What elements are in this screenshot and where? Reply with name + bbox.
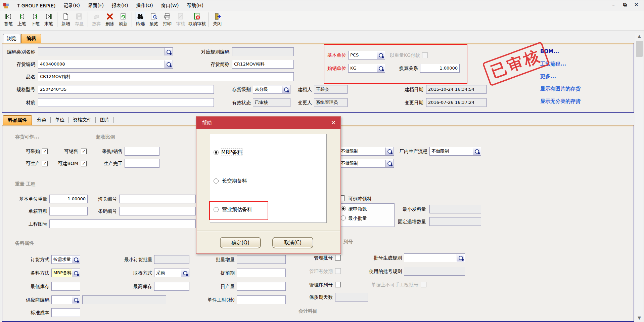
toolbar-last-record[interactable]: 末笔 — [42, 12, 55, 27]
scroll-up-arrow[interactable]: ▲ — [635, 33, 643, 40]
base-unit-field[interactable]: PCS — [348, 51, 385, 59]
manage-serial-checkbox[interactable] — [335, 282, 341, 287]
lookup-button[interactable] — [165, 48, 172, 55]
acquire-mode-field[interactable]: 采购 — [154, 269, 189, 277]
inv-level-field[interactable]: 未分级 — [253, 85, 290, 94]
min-stock-field[interactable] — [51, 282, 80, 291]
tab-pictures[interactable]: 图片 — [97, 115, 112, 125]
menu-item-interface[interactable]: 界面(F) — [84, 1, 108, 10]
bom-allowed-checkbox[interactable] — [81, 161, 87, 166]
spec-field[interactable]: 250*240*35 — [38, 85, 214, 94]
show-with-picture-link[interactable]: 显示有图片的存货 — [540, 86, 581, 92]
trade-unit-field[interactable]: KG — [348, 64, 385, 73]
menu-item-help[interactable]: 帮助(H) — [183, 1, 207, 10]
tab-item-attributes[interactable]: 料品属性 — [3, 115, 32, 125]
toolbar-close[interactable]: 关闭 — [211, 12, 224, 27]
supplier-code-field[interactable] — [51, 295, 80, 304]
conversion-label: 换算关系 — [396, 64, 418, 73]
tab-classification[interactable]: 分类 — [34, 115, 49, 125]
menu-item-record[interactable]: 记录(R) — [59, 1, 84, 10]
daily-output-field[interactable] — [237, 282, 286, 291]
toolbar-new[interactable]: 新增 — [59, 12, 73, 27]
scroll-down-arrow[interactable]: ▼ — [635, 314, 643, 322]
lookup-button[interactable] — [282, 86, 290, 93]
window-close-button[interactable]: ✕ — [632, 2, 640, 8]
mrp-prep-label[interactable]: MRP备料 — [221, 149, 242, 156]
toolbar-first-record[interactable]: 首笔 — [2, 12, 15, 27]
purchasable-checkbox[interactable] — [42, 149, 48, 154]
toolbar-cancel-audit[interactable]: 取消审核 — [187, 12, 207, 27]
barcode-field[interactable] — [119, 207, 196, 215]
box-volume-field[interactable] — [49, 207, 88, 215]
sellable-checkbox[interactable] — [81, 149, 87, 154]
lookup-button[interactable] — [165, 61, 172, 68]
drawing-no-field[interactable] — [49, 219, 196, 228]
producible-checkbox[interactable] — [42, 161, 48, 166]
lookup-button[interactable] — [385, 148, 393, 155]
more-link[interactable]: 更多... — [540, 73, 556, 80]
toolbar-preview[interactable]: 预览 — [147, 12, 160, 27]
lookup-button[interactable] — [72, 296, 80, 304]
restriction-field-2[interactable]: 不做限制 — [339, 159, 394, 168]
conversion-field[interactable]: 1.00000 — [420, 64, 460, 73]
lookup-button[interactable] — [377, 65, 384, 72]
toolbar-filter[interactable]: 筛选 — [134, 12, 147, 27]
window-restore-button[interactable]: ⧉ — [621, 2, 629, 8]
long-lead-prep-label[interactable]: 长交期备料 — [222, 177, 247, 184]
show-unclassified-link[interactable]: 显示无分类的存货 — [540, 98, 581, 105]
manage-batch-checkbox[interactable] — [335, 255, 341, 260]
lookup-button[interactable] — [72, 256, 80, 263]
lead-time-field[interactable] — [237, 269, 286, 277]
toolbar-separator — [88, 12, 88, 27]
long-lead-prep-radio[interactable] — [214, 178, 219, 184]
lookup-icon — [74, 271, 78, 275]
material-field[interactable] — [38, 98, 214, 107]
scrollbar-thumb[interactable] — [636, 41, 643, 57]
toolbar-refresh[interactable]: 刷新 — [117, 12, 130, 27]
base-unit-weight-field[interactable]: 1.00000 — [49, 195, 88, 203]
batch-rule-field[interactable] — [404, 253, 465, 262]
lookup-button[interactable] — [72, 269, 80, 277]
max-stock-field[interactable] — [154, 282, 189, 291]
vertical-scrollbar[interactable]: ▲ ▼ — [635, 33, 643, 322]
customs-code-field[interactable] — [119, 195, 196, 203]
prep-method-field[interactable]: MRP备料 — [51, 269, 80, 277]
sales-forecast-prep-radio[interactable] — [214, 207, 219, 212]
production-done-ratio-field[interactable] — [125, 159, 159, 168]
mrp-prep-radio[interactable] — [214, 150, 219, 155]
tab-edit[interactable]: 编辑 — [21, 34, 41, 43]
ok-button[interactable]: 确定(Q) — [220, 237, 261, 248]
order-mode-field[interactable]: 按需求量 — [51, 255, 80, 264]
sales-forecast-prep-label[interactable]: 营业预估备料 — [222, 206, 252, 213]
toolbar-delete[interactable]: 删除 — [103, 12, 117, 27]
menu-item-operation[interactable]: 操作(O) — [132, 1, 157, 10]
toolbar-print[interactable]: 打印 — [160, 12, 174, 27]
tab-qualification-files[interactable]: 资格文件 — [70, 115, 94, 125]
tab-browse[interactable]: 浏览 — [3, 34, 20, 43]
product-name-field[interactable]: CR12MOV精料 — [38, 72, 294, 81]
inv-code-field[interactable]: 400400008 — [38, 60, 173, 69]
lookup-button[interactable] — [377, 51, 384, 59]
unit-time-field[interactable] — [237, 295, 286, 304]
restriction-field-1[interactable]: 不做限制 — [339, 147, 394, 156]
dialog-close-icon[interactable]: ✕ — [331, 119, 336, 126]
cancel-button[interactable]: 取消(C) — [272, 237, 313, 248]
toolbar-next-record[interactable]: 下笔 — [29, 12, 42, 27]
lookup-button[interactable] — [385, 160, 393, 167]
tab-units[interactable]: 单位 — [52, 115, 67, 125]
lookup-button[interactable] — [473, 148, 480, 155]
lookup-icon — [379, 53, 383, 57]
by-request-radio[interactable] — [341, 206, 346, 211]
toolbar-prev-record[interactable]: 上笔 — [15, 12, 29, 27]
window-minimize-button[interactable]: – — [609, 2, 617, 8]
purchase-sale-ratio-field[interactable] — [125, 147, 159, 156]
menu-item-report[interactable]: 报表(R) — [108, 1, 132, 10]
menu-item-app[interactable]: T-GROUP ERP(E) — [13, 2, 59, 10]
std-cost-field[interactable] — [51, 308, 80, 317]
lookup-button[interactable] — [181, 269, 189, 277]
lookup-button[interactable] — [457, 254, 464, 261]
inv-abbr-field[interactable]: CR12MOV精料 — [232, 60, 294, 69]
menu-item-window[interactable]: 窗口(W) — [157, 1, 183, 10]
min-batch-radio[interactable] — [341, 215, 346, 220]
factory-flow-field[interactable]: 不做限制 — [429, 147, 481, 156]
